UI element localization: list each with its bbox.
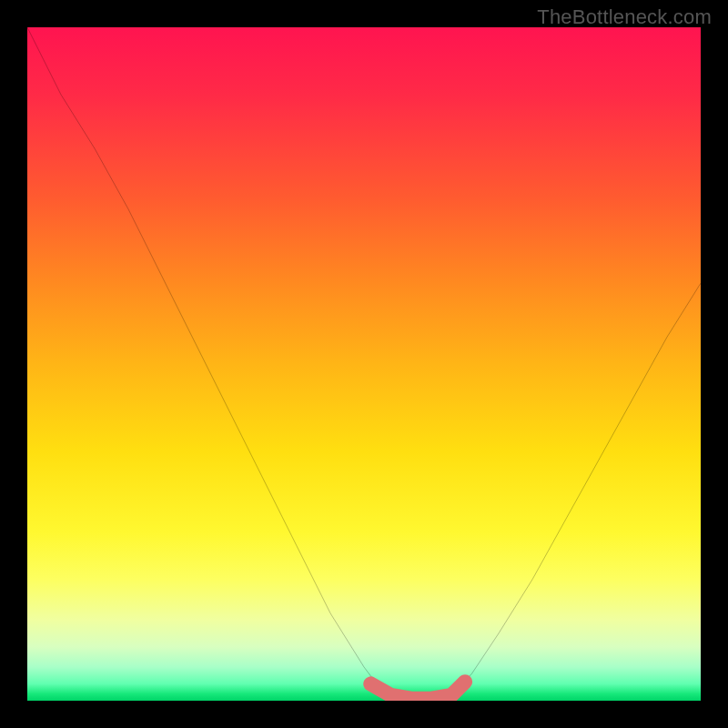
chart-frame: TheBottleneck.com (0, 0, 728, 728)
flat-bottom-highlight (370, 682, 465, 699)
watermark-text: TheBottleneck.com (537, 5, 712, 29)
plot-area (27, 27, 701, 701)
curve-layer (27, 27, 701, 701)
bottleneck-curve (27, 27, 701, 701)
